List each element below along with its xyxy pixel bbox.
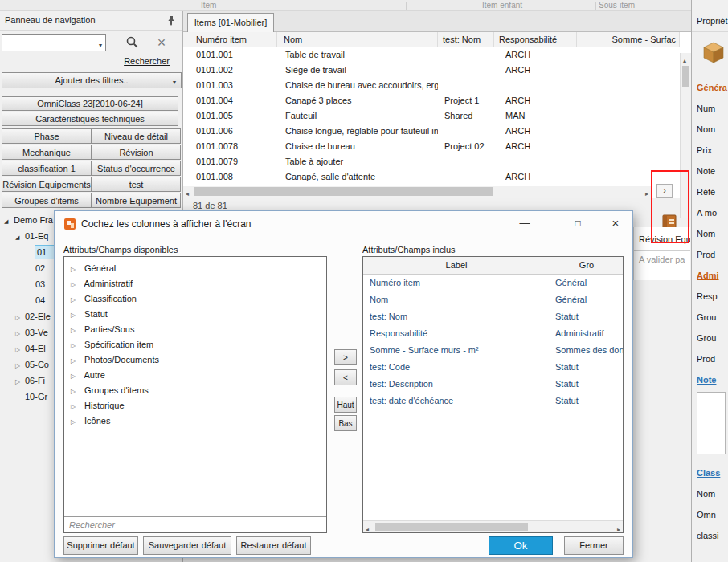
expander-closed-icon[interactable] (71, 383, 82, 399)
scroll-up-icon[interactable] (683, 55, 686, 64)
included-row[interactable]: Nom Général (363, 291, 623, 308)
ok-button[interactable]: Ok (489, 536, 553, 555)
scroll-left-icon[interactable] (366, 523, 369, 533)
table-row[interactable]: 0101.005 Fauteuil Shared MAN (183, 108, 680, 124)
caracteristiques-button[interactable]: Caractéristiques techniques (2, 112, 178, 126)
included-row[interactable]: Somme - Surface murs - m² Sommes des don (363, 342, 623, 359)
available-group-item[interactable]: Spécification item (64, 337, 326, 352)
column-header-responsabilite[interactable]: Responsabilité (494, 32, 577, 47)
available-group-item[interactable]: Parties/Sous (64, 322, 326, 337)
scrollbar-thumb[interactable] (375, 523, 528, 531)
expander-closed-icon[interactable] (71, 368, 82, 384)
table-row[interactable]: 0101.008 Canapé, salle d'attente ARCH (183, 169, 680, 185)
table-row[interactable]: 0101.006 Chaise longue, réglable pour fa… (183, 124, 680, 139)
available-group-item[interactable]: Groupes d'items (64, 383, 326, 398)
filter-category-button[interactable]: Mechanique (2, 145, 92, 160)
column-header-somme[interactable]: Somme - Surfac (577, 32, 680, 47)
expander-closed-icon[interactable] (71, 352, 82, 369)
search-input[interactable] (2, 35, 91, 51)
expander-open-icon[interactable] (4, 212, 14, 230)
column-header-numero-item[interactable]: Numéro item (183, 32, 277, 47)
minimize-icon[interactable] (513, 213, 537, 234)
close-button[interactable]: Fermer (564, 536, 624, 555)
filter-category-button[interactable]: test (92, 177, 181, 192)
expander-closed-icon[interactable] (71, 337, 82, 353)
available-group-item[interactable]: Autre (64, 368, 326, 383)
filter-category-button[interactable]: Status d'occurrence (92, 161, 181, 176)
scroll-right-icon[interactable] (617, 523, 620, 533)
scroll-left-icon[interactable] (186, 188, 189, 198)
expander-closed-icon[interactable] (15, 324, 25, 342)
included-row[interactable]: test: Nom Statut (363, 308, 623, 325)
chevron-down-icon[interactable] (99, 39, 102, 49)
table-row[interactable]: 0101.004 Canapé 3 places Project 1 ARCH (183, 93, 680, 108)
table-row[interactable]: 0101.0079 Table à ajouter (183, 154, 680, 169)
omniclass-button[interactable]: OmniClass 23[2010-06-24] (2, 96, 178, 111)
available-group-item[interactable]: Historique (64, 398, 326, 413)
table-row[interactable]: 0101.0078 Chaise de bureau Project 02 AR… (183, 139, 680, 154)
expander-closed-icon[interactable] (71, 291, 82, 307)
column-header-nom[interactable]: Nom (277, 32, 438, 47)
filter-category-button[interactable]: Révision Equipements (2, 177, 92, 192)
expander-closed-icon[interactable] (71, 322, 82, 338)
expander-closed-icon[interactable] (71, 307, 82, 323)
available-group-item[interactable]: Photos/Documents (64, 352, 326, 368)
table-row[interactable]: 0101.003 Chaise de bureau avec accoudoir… (183, 78, 680, 93)
navigation-search-combo[interactable] (2, 34, 106, 51)
add-column-button[interactable]: > (334, 349, 357, 365)
horizontal-scrollbar[interactable] (183, 186, 651, 198)
expander-closed-icon[interactable] (15, 308, 25, 326)
included-row[interactable]: Numéro item Général (363, 275, 623, 291)
expander-closed-icon[interactable] (71, 261, 82, 277)
clear-search-icon[interactable] (151, 32, 172, 53)
included-row[interactable]: test: Description Statut (363, 376, 623, 393)
expander-open-icon[interactable] (15, 228, 25, 246)
available-search-box[interactable] (64, 516, 326, 532)
scrollbar-thumb[interactable] (682, 66, 689, 87)
filter-category-button[interactable]: Niveau de détail (92, 128, 181, 144)
included-horizontal-scrollbar[interactable] (363, 520, 623, 532)
expand-panel-button[interactable] (656, 184, 673, 198)
close-icon[interactable] (603, 213, 628, 234)
expander-closed-icon[interactable] (15, 356, 25, 374)
available-group-item[interactable]: Icônes (64, 413, 326, 429)
remove-column-button[interactable]: < (334, 369, 357, 385)
available-group-item[interactable]: Statut (64, 307, 326, 322)
available-search-input[interactable] (64, 517, 326, 532)
save-default-button[interactable]: Sauvegarder défaut (143, 536, 231, 555)
table-row[interactable]: 0101.001 Table de travail ARCH (183, 47, 680, 63)
expander-closed-icon[interactable] (15, 373, 25, 390)
filter-category-button[interactable]: Révision (92, 145, 181, 160)
filter-category-button[interactable]: Groupes d'items (2, 193, 92, 208)
delete-default-button[interactable]: Supprimer défaut (63, 536, 138, 555)
included-row[interactable]: test: date d'échéance Statut (363, 393, 623, 409)
included-row[interactable]: Responsabilité Administratif (363, 325, 623, 342)
expander-closed-icon[interactable] (71, 413, 82, 430)
move-down-button[interactable]: Bas (334, 415, 357, 431)
column-header-label[interactable]: Label (363, 257, 550, 274)
expander-closed-icon[interactable] (71, 398, 82, 414)
search-icon[interactable] (125, 35, 140, 51)
expander-closed-icon[interactable] (71, 276, 82, 292)
column-header-group[interactable]: Gro (550, 257, 623, 274)
note-text-area[interactable] (697, 392, 726, 454)
restore-default-button[interactable]: Restaurer défaut (236, 536, 311, 555)
move-up-button[interactable]: Haut (334, 397, 357, 413)
maximize-icon[interactable] (566, 213, 590, 234)
dialog-title-bar[interactable]: Cochez les colonnes à afficher à l'écran (55, 211, 632, 237)
available-group-item[interactable]: Général (64, 261, 326, 276)
add-filters-button[interactable]: Ajouter des filtres.. (2, 72, 182, 88)
available-group-item[interactable]: Classification (64, 291, 326, 307)
column-header-test-nom[interactable]: test: Nom (438, 32, 494, 47)
filter-category-button[interactable]: Nombre Equipement (92, 193, 181, 208)
filter-category-button[interactable]: Phase (2, 128, 92, 144)
table-row[interactable]: 0101.002 Siège de travail ARCH (183, 63, 680, 78)
filter-category-button[interactable]: classification 1 (2, 161, 92, 176)
search-link[interactable]: Rechercher (124, 56, 170, 66)
expander-closed-icon[interactable] (15, 340, 25, 358)
available-group-item[interactable]: Administratif (64, 276, 326, 291)
scroll-right-icon[interactable] (645, 188, 648, 198)
scrollbar-thumb[interactable] (194, 187, 493, 196)
vertical-scrollbar[interactable] (680, 53, 691, 218)
tab-items-mobilier[interactable]: Items [01-Mobilier] (187, 13, 274, 32)
